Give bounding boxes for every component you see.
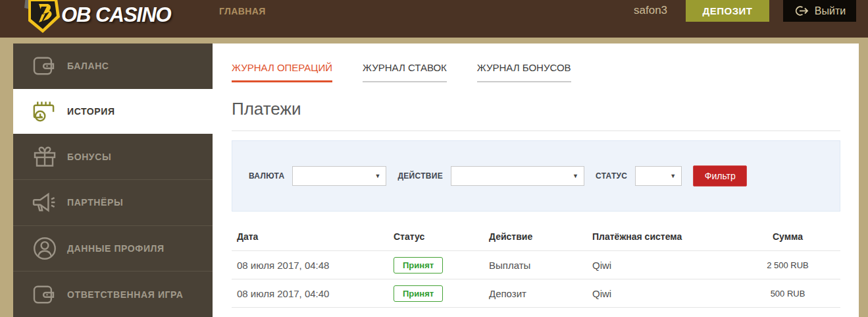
tab-operations-journal[interactable]: ЖУРНАЛ ОПЕРАЦИЙ [232, 62, 332, 82]
action-select[interactable]: ▼ [451, 166, 584, 186]
cell-status: Принят [383, 257, 482, 274]
wallet-icon [31, 282, 59, 307]
status-select[interactable]: ▼ [635, 166, 682, 186]
cell-payment-system: Qiwi [584, 288, 735, 299]
nav-main-link[interactable]: ГЛАВНАЯ [219, 6, 266, 16]
logo-text: OB CASINO [61, 3, 171, 27]
page-title: Платежи [232, 99, 840, 119]
sidebar-item-partners[interactable]: ПАРТНЁРЫ [13, 180, 213, 226]
status-badge: Принят [394, 285, 443, 302]
chevron-down-icon: ▼ [670, 173, 676, 179]
cell-action: Депозит [482, 288, 584, 299]
sidebar-item-label: БОНУСЫ [67, 152, 111, 162]
megaphone-icon [31, 190, 59, 215]
table-row: 08 июля 2017, 04:40 Принят Депозит Qiwi … [232, 279, 840, 308]
sidebar-item-bonuses[interactable]: БОНУСЫ [13, 134, 213, 180]
sidebar-item-label: ПАРТНЁРЫ [67, 197, 123, 208]
deposit-button[interactable]: ДЕПОЗИТ [686, 0, 769, 22]
status-label: СТАТУС [596, 171, 627, 181]
column-header-action: Действие [482, 231, 584, 242]
sidebar: БАЛАНС ИСТОРИЯ БОНУСЫ [13, 43, 213, 317]
sidebar-item-label: ОТВЕТСТВЕННАЯ ИГРА [67, 289, 184, 300]
wallet-icon [31, 53, 59, 78]
cell-status: Принят [383, 285, 482, 302]
main-content: ЖУРНАЛ ОПЕРАЦИЙ ЖУРНАЛ СТАВОК ЖУРНАЛ БОН… [213, 43, 859, 317]
cell-date: 08 июля 2017, 04:40 [232, 288, 383, 299]
title-divider [232, 130, 840, 131]
chevron-down-icon: ▼ [375, 173, 381, 179]
sidebar-item-label: ДАННЫЕ ПРОФИЛЯ [67, 243, 165, 254]
logo-shield-icon [22, 0, 64, 36]
cell-action: Выплаты [482, 260, 584, 271]
filter-button[interactable]: Фильтр [693, 165, 747, 187]
cell-amount: 500 RUB [735, 289, 840, 299]
sidebar-item-balance[interactable]: БАЛАНС [13, 43, 213, 89]
action-label: ДЕЙСТВИЕ [397, 171, 443, 181]
cell-date: 08 июля 2017, 04:48 [232, 260, 383, 271]
sidebar-item-responsible-gaming[interactable]: ОТВЕТСТВЕННАЯ ИГРА [13, 272, 213, 317]
tabs: ЖУРНАЛ ОПЕРАЦИЙ ЖУРНАЛ СТАВОК ЖУРНАЛ БОН… [232, 62, 840, 82]
tab-bets-journal[interactable]: ЖУРНАЛ СТАВОК [363, 62, 447, 82]
sidebar-item-history[interactable]: ИСТОРИЯ [13, 89, 213, 134]
cell-amount: 2 500 RUB [735, 260, 840, 270]
table-header-row: Дата Статус Действие Платёжная система С… [232, 222, 840, 251]
logo[interactable]: OB CASINO [22, 0, 171, 36]
sidebar-item-label: ИСТОРИЯ [67, 106, 115, 117]
column-header-status: Статус [383, 231, 482, 242]
gift-icon [31, 144, 59, 169]
top-header: OB CASINO ГЛАВНАЯ safon3 ДЕПОЗИТ Выйти [0, 0, 868, 38]
table-row: 08 июля 2017, 04:48 Принят Выплаты Qiwi … [232, 251, 840, 279]
username[interactable]: safon3 [634, 4, 667, 17]
column-header-payment-system: Платёжная система [584, 231, 735, 242]
cell-payment-system: Qiwi [584, 260, 735, 271]
currency-select[interactable]: ▼ [292, 166, 386, 186]
logout-icon [794, 5, 809, 16]
column-header-amount: Сумма [735, 231, 840, 242]
currency-label: ВАЛЮТА [249, 171, 284, 181]
logout-button[interactable]: Выйти [783, 0, 856, 22]
status-badge: Принят [394, 257, 443, 274]
logout-label: Выйти [815, 5, 846, 17]
calendar-clock-icon [31, 99, 59, 124]
column-header-date: Дата [232, 231, 383, 242]
sidebar-item-label: БАЛАНС [67, 61, 109, 71]
chevron-down-icon: ▼ [573, 173, 578, 179]
payments-table: Дата Статус Действие Платёжная система С… [232, 222, 840, 308]
sidebar-item-profile[interactable]: ДАННЫЕ ПРОФИЛЯ [13, 226, 213, 272]
tab-bonuses-journal[interactable]: ЖУРНАЛ БОНУСОВ [477, 62, 571, 82]
filter-panel: ВАЛЮТА ▼ ДЕЙСТВИЕ ▼ СТАТУС ▼ Фильтр [232, 140, 840, 212]
user-icon [31, 236, 59, 261]
